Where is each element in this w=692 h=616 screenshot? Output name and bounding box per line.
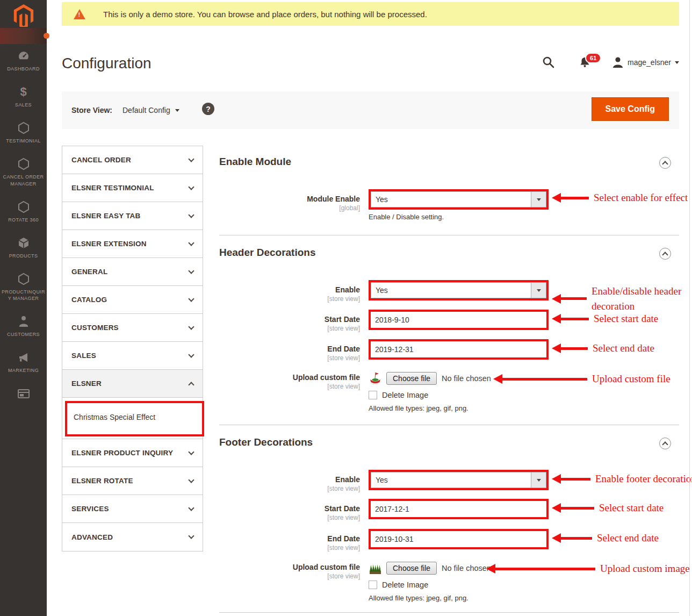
footer-end-date-input[interactable] (371, 531, 546, 547)
select-dropdown-button[interactable] (531, 192, 546, 207)
delete-image-checkbox[interactable] (369, 581, 377, 589)
user-menu[interactable]: mage_elsner (612, 56, 679, 68)
field-scope: [store view] (219, 485, 360, 492)
sidebar-item-dashboard[interactable]: DASHBOARD (1, 49, 46, 72)
collapse-section-icon[interactable] (659, 157, 671, 169)
magento-logo[interactable] (0, 0, 47, 27)
annotation-highlight-box: Yes (369, 470, 549, 490)
config-nav-sales[interactable]: SALES (62, 342, 203, 370)
annotation-highlight-box (369, 310, 549, 330)
field-input-col: Choose file No file chosen Delete Image … (369, 371, 491, 412)
field-label-col: Enable [store view] (219, 470, 360, 492)
sidebar-item-label: CUSTOMERS (2, 331, 46, 338)
sidebar-item-testimonial[interactable]: TESTIMONIAL (1, 121, 46, 144)
caret-down-icon (537, 198, 541, 201)
sidebar-item-customers[interactable]: CUSTOMERS (1, 314, 46, 338)
config-nav-elsner-easy-tab[interactable]: ELSNER EASY TAB (62, 202, 203, 230)
sidebar-item-marketing[interactable]: MARKETING (1, 350, 46, 374)
config-nav-services[interactable]: SERVICES (62, 495, 203, 523)
config-nav-elsner-extension[interactable]: ELSNER EXTENSION (62, 230, 203, 258)
footer-start-date-input[interactable] (371, 501, 546, 517)
save-config-button[interactable]: Save Config (592, 97, 669, 121)
arrow-left-icon (486, 564, 495, 574)
field-row-footer-upload: Upload custom file [store view] Choose f… (219, 561, 692, 602)
header-enable-select[interactable]: Yes (371, 282, 546, 298)
field-label-col: Enable [store view] (219, 280, 360, 303)
annotation-text: Upload custom file (592, 373, 671, 385)
nav-label: ELSNER PRODUCT INQUIRY (71, 449, 173, 457)
help-icon[interactable]: ? (202, 103, 214, 115)
collapse-section-icon[interactable] (659, 248, 671, 260)
config-nav-catalog[interactable]: CATALOG (62, 286, 203, 314)
sidebar-item-content[interactable] (1, 387, 46, 401)
chevron-down-icon (188, 324, 194, 330)
annotation-footer-end: Select end date (552, 532, 659, 544)
field-scope: [store view] (219, 354, 360, 362)
config-nav-customers[interactable]: CUSTOMERS (62, 314, 203, 342)
annotation-header-enable: Enable/disable header decoration (552, 284, 683, 313)
field-input-col (369, 499, 549, 521)
choose-file-button[interactable]: Choose file (386, 562, 437, 575)
config-nav-elsner-rotate[interactable]: ELSNER ROTATE (62, 467, 203, 495)
field-scope: [global] (219, 204, 360, 212)
config-nav-advanced[interactable]: ADVANCED (62, 523, 203, 551)
header-actions: 61 mage_elsner (542, 56, 679, 69)
field-label-col: Module Enable [global] (219, 189, 360, 221)
config-nav-christmas-special-effect[interactable]: Christmas Special Effect (74, 413, 155, 421)
notifications-bell-icon[interactable]: 61 (579, 56, 591, 69)
config-nav-elsner-product-inquiry[interactable]: ELSNER PRODUCT INQUIRY (62, 439, 203, 467)
page-title: Configuration (62, 55, 152, 72)
field-label-col: End Date [store view] (219, 529, 360, 551)
file-status-text: No file chosen (442, 374, 491, 383)
header-end-date-input[interactable] (371, 341, 546, 357)
select-dropdown-button[interactable] (531, 283, 546, 298)
caret-down-icon (537, 289, 541, 292)
search-icon[interactable] (542, 56, 555, 69)
content-panel-icon (17, 387, 31, 401)
arrow-left-icon (552, 343, 561, 353)
nav-label: ELSNER TESTIMONIAL (71, 184, 154, 192)
config-nav-elsner[interactable]: ELSNER (62, 370, 203, 398)
store-view-switcher[interactable]: Default Config (122, 106, 179, 114)
header-start-date-input[interactable] (371, 312, 546, 328)
sidebar-item-sales[interactable]: $ SALES (1, 85, 46, 108)
select-dropdown-button[interactable] (531, 472, 546, 488)
grass-thumbnail-image (369, 561, 382, 575)
annotation-text: Select end date (593, 342, 654, 354)
allowed-file-types-note: Allowed file types: jpeg, gif, png. (369, 404, 491, 412)
delete-image-checkbox[interactable] (369, 391, 377, 399)
sidebar-item-productinquiry-manager[interactable]: PRODUCTINQUIRY MANAGER (1, 272, 46, 302)
field-input-col: Choose file No file chosen Delete Image … (369, 561, 491, 602)
chevron-up-icon (188, 382, 194, 388)
sidebar-item-cancel-order-manager[interactable]: CANCEL ORDER MANAGER (1, 157, 46, 187)
module-enable-select[interactable]: Yes (371, 191, 546, 207)
config-nav-cancel-order[interactable]: CANCEL ORDER (62, 146, 203, 174)
chevron-down-icon (188, 477, 194, 483)
sidebar-item-label: TESTIMONIAL (2, 138, 46, 144)
arrow-tail (502, 378, 587, 381)
footer-enable-select[interactable]: Yes (371, 472, 546, 488)
config-nav-elsner-testimonial[interactable]: ELSNER TESTIMONIAL (62, 174, 203, 202)
annotation-text: Enable footer decoration (595, 473, 692, 485)
annotation-text: Select end date (597, 532, 659, 544)
field-label: Module Enable (219, 195, 360, 203)
field-input-col: Yes Enable / Disable setting. (369, 189, 549, 221)
arrow-tail (495, 568, 595, 570)
annotation-text: Select start date (594, 313, 658, 325)
file-upload-line: Choose file No file chosen (369, 371, 491, 385)
collapse-section-icon[interactable] (659, 438, 671, 449)
arrow-left-icon (552, 294, 561, 304)
active-menu-dot (44, 33, 49, 39)
sidebar-item-products[interactable]: PRODUCTS (1, 236, 46, 259)
field-label: Enable (219, 475, 360, 484)
sidebar-item-label: DASHBOARD (2, 66, 46, 72)
field-row-header-upload: Upload custom file [store view] Choose f… (219, 371, 692, 412)
file-upload-line: Choose file No file chosen (369, 561, 491, 575)
choose-file-button[interactable]: Choose file (386, 372, 437, 385)
nav-label: CUSTOMERS (71, 324, 119, 332)
arrow-tail (561, 297, 587, 300)
field-scope: [store view] (219, 544, 360, 551)
sidebar-item-rotate-360[interactable]: ROTATE 360 (1, 200, 46, 223)
config-nav-general[interactable]: GENERAL (62, 258, 203, 286)
field-label-col: Upload custom file [store view] (219, 561, 360, 602)
